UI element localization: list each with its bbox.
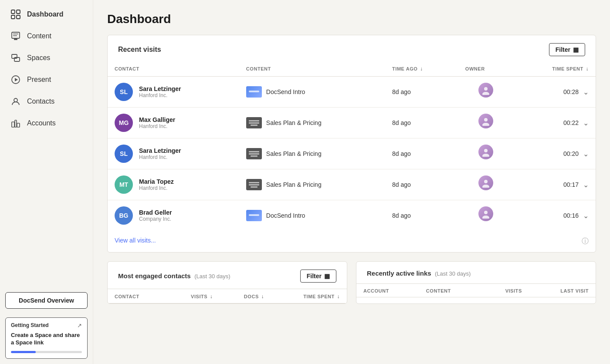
time-spent-cell: 00:20 ⌄ [513, 138, 596, 169]
svg-point-23 [482, 185, 489, 188]
recent-visits-table: CONTACT CONTENT TIME AGO ↓ OWNER TIME SP… [108, 62, 596, 231]
expand-icon[interactable]: ⌄ [583, 119, 589, 127]
dashboard-icon [10, 9, 21, 20]
ra-col-account: ACCOUNT [356, 284, 419, 297]
contact-name: Maria Topez [139, 178, 174, 185]
time-spent-cell: 00:16 ⌄ [513, 200, 596, 231]
content-cell: Sales Plan & Pricing [239, 108, 385, 138]
time-ago-cell: 8d ago [385, 138, 458, 169]
sidebar-item-content[interactable]: Content [0, 25, 93, 47]
me-col-visits[interactable]: VISITS ↓ [166, 289, 220, 303]
recent-visits-header: Recent visits Filter ▦ [108, 35, 596, 62]
time-spent-value: 00:16 [563, 212, 579, 219]
expand-icon[interactable]: ⌄ [583, 212, 589, 220]
sidebar-item-spaces[interactable]: Spaces [0, 47, 93, 69]
spaces-icon [10, 53, 21, 63]
getting-started-header: Getting Started ↗ [11, 322, 82, 329]
contact-info: Brad Geller Company Inc. [139, 209, 172, 222]
me-col-docs[interactable]: DOCS ↓ [220, 289, 271, 303]
sidebar-item-accounts[interactable]: Accounts [0, 112, 93, 134]
content-icon [10, 31, 21, 41]
sidebar-item-present[interactable]: Present [0, 69, 93, 91]
contact-cell: SL Sara Letzinger Hanford Inc. [108, 138, 239, 169]
contact-name: Sara Letzinger [139, 85, 181, 92]
content-cell: DocSend Intro [239, 77, 385, 108]
time-spent-value: 00:22 [563, 119, 579, 126]
most-engaged-filter-button[interactable]: Filter ▦ [300, 270, 336, 283]
getting-started-progress [11, 351, 82, 353]
col-time-spent[interactable]: TIME SPENT ↓ [513, 62, 596, 77]
info-icon[interactable]: ⓘ [582, 237, 589, 246]
content-cell: Sales Plan & Pricing [239, 138, 385, 169]
time-spent-cell: 00:22 ⌄ [513, 108, 596, 138]
time-spent-value: 00:17 [563, 181, 579, 188]
svg-point-12 [14, 98, 17, 102]
docsend-overview-button[interactable]: DocSend Overview [5, 292, 88, 309]
external-link-icon[interactable]: ↗ [77, 322, 82, 329]
most-engaged-filter-label: Filter [307, 273, 322, 280]
getting-started-text: Create a Space and share a Space link [11, 331, 82, 347]
recently-active-title: Recently active links [367, 270, 431, 277]
contact-company: Hanford Inc. [139, 185, 174, 191]
contact-company: Hanford Inc. [139, 123, 175, 129]
content-cell: Sales Plan & Pricing [239, 169, 385, 200]
contact-info: Maria Topez Hanford Inc. [139, 178, 174, 191]
owner-cell [458, 169, 513, 196]
svg-rect-7 [14, 39, 17, 40]
contact-name: Sara Letzinger [139, 147, 181, 154]
me-col-time-spent[interactable]: TIME SPENT ↓ [271, 289, 347, 303]
expand-icon[interactable]: ⌄ [583, 181, 589, 189]
table-row: SL Sara Letzinger Hanford Inc. Sales Pla… [108, 138, 596, 169]
filter-label: Filter [556, 46, 570, 53]
recently-active-header: Recently active links (Last 30 days) [356, 262, 596, 284]
contact-cell: MT Maria Topez Hanford Inc. [108, 169, 239, 200]
sidebar-item-label-content: Content [27, 32, 51, 40]
recent-visits-filter-button[interactable]: Filter ▦ [549, 43, 585, 56]
contact-info: Sara Letzinger Hanford Inc. [139, 85, 181, 98]
table-row: SL Sara Letzinger Hanford Inc. DocSend I… [108, 77, 596, 108]
recently-active-card: Recently active links (Last 30 days) ACC… [356, 261, 596, 304]
table-row: MG Max Galliger Hanford Inc. Sales Plan … [108, 108, 596, 138]
view-all-link[interactable]: View all visits... [115, 237, 156, 244]
avatar: MT [115, 175, 133, 194]
sidebar-item-contacts[interactable]: Contacts [0, 91, 93, 112]
content-title: DocSend Intro [266, 88, 305, 95]
contact-cell: BG Brad Geller Company Inc. [108, 200, 239, 231]
most-engaged-table: CONTACT VISITS ↓ DOCS ↓ TIME SPENT ↓ [108, 289, 347, 303]
col-time-ago[interactable]: TIME AGO ↓ [385, 62, 458, 77]
page-title: Dashboard [107, 12, 596, 26]
getting-started-title: Getting Started [11, 322, 49, 328]
ra-col-last-visit: LAST VISIT [529, 284, 596, 297]
contact-name: Max Galliger [139, 116, 175, 123]
col-contact: CONTACT [108, 62, 239, 77]
svg-point-18 [484, 118, 488, 121]
expand-icon[interactable]: ⌄ [583, 150, 589, 158]
sidebar: Dashboard Content Spaces [0, 0, 93, 364]
svg-point-20 [484, 149, 488, 152]
getting-started-progress-bar [11, 351, 36, 353]
sidebar-item-dashboard[interactable]: Dashboard [0, 3, 93, 25]
filter-icon: ▦ [573, 46, 579, 53]
svg-point-25 [482, 216, 489, 219]
me-col-contact: CONTACT [108, 289, 166, 303]
main-content: Dashboard Recent visits Filter ▦ CONTACT… [93, 0, 610, 364]
most-engaged-filter-icon: ▦ [324, 273, 330, 280]
svg-rect-0 [11, 10, 15, 13]
sidebar-item-label-spaces: Spaces [27, 54, 50, 62]
svg-point-16 [484, 87, 488, 91]
most-engaged-title: Most engaged contacts [118, 272, 191, 280]
time-ago-cell: 8d ago [385, 169, 458, 200]
time-spent-cell: 00:28 ⌄ [513, 77, 596, 108]
contact-info: Max Galliger Hanford Inc. [139, 116, 175, 129]
svg-rect-4 [12, 32, 20, 38]
expand-icon[interactable]: ⌄ [583, 88, 589, 96]
sidebar-item-label-dashboard: Dashboard [27, 10, 64, 18]
view-all-table: View all visits... ⓘ [108, 231, 596, 252]
bottom-cards-row: Most engaged contacts (Last 30 days) Fil… [107, 261, 596, 313]
recently-active-title-group: Recently active links (Last 30 days) [367, 270, 471, 277]
present-icon [10, 74, 21, 85]
content-title: Sales Plan & Pricing [266, 150, 322, 157]
contact-company: Company Inc. [139, 216, 172, 222]
most-engaged-subtitle: (Last 30 days) [194, 273, 230, 280]
sidebar-nav: Dashboard Content Spaces [0, 0, 93, 292]
